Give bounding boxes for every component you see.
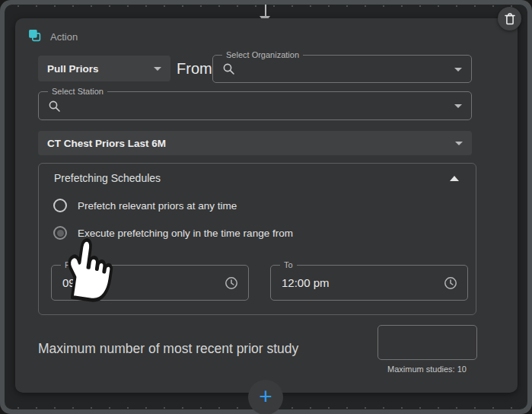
workflow-canvas[interactable]: Action Pull Priors From Select Organizat… [5,5,527,409]
panel-title: Prefetching Schedules [54,172,161,184]
station-select-field[interactable]: Select Station [38,91,472,120]
ruleset-value: CT Chest Priors Last 6M [47,138,166,149]
time-from-label: From [61,260,88,269]
chevron-up-icon[interactable] [450,176,459,181]
time-to-field[interactable]: To 12:00 pm [270,265,468,301]
delete-node-button[interactable] [498,7,521,30]
chevron-down-icon [455,142,463,145]
radio-prefetch-time-range[interactable]: Execute prefetching only in the time ran… [53,226,293,240]
max-studies-input[interactable] [377,325,477,360]
max-priors-label: Maximum number of most recent prior stud… [38,341,298,357]
time-from-value: 09:00 am [62,276,110,289]
plus-icon: + [259,385,272,408]
card-title: Action [50,31,78,43]
station-field-label: Select Station [48,87,107,96]
clock-icon[interactable] [225,276,238,290]
add-node-button[interactable]: + [248,380,283,414]
workflow-editor-frame: Action Pull Priors From Select Organizat… [0,0,532,414]
action-node-card: Action Pull Priors From Select Organizat… [15,18,518,393]
chevron-down-icon [454,104,462,108]
ruleset-select[interactable]: CT Chest Priors Last 6M [38,131,472,155]
prefetching-schedules-panel: Prefetching Schedules Prefetch relevant … [38,163,476,315]
time-from-field[interactable]: From 09:00 am [51,265,249,301]
search-icon [48,100,61,113]
chevron-down-icon [154,67,161,71]
action-layers-icon [28,29,41,42]
connector-line [265,5,266,16]
action-type-value: Pull Priors [47,63,99,75]
from-connector-label: From [177,56,212,81]
radio-label: Execute prefetching only in the time ran… [78,228,293,239]
clock-icon[interactable] [444,276,457,290]
search-icon [222,62,235,75]
organization-field-label: Select Organization [222,50,303,59]
radio-circle-icon [53,226,67,240]
radio-circle-icon [53,199,67,212]
time-to-value: 12:00 pm [282,276,330,289]
chevron-down-icon [454,68,462,72]
organization-select-field[interactable]: Select Organization [212,55,472,83]
max-studies-helper: Maximum studies: 10 [355,365,499,374]
radio-label: Prefetch relevant priors at any time [78,200,237,212]
trash-icon [505,13,515,25]
action-type-select[interactable]: Pull Priors [38,56,170,81]
radio-prefetch-any-time[interactable]: Prefetch relevant priors at any time [53,199,237,212]
time-to-label: To [280,260,297,269]
